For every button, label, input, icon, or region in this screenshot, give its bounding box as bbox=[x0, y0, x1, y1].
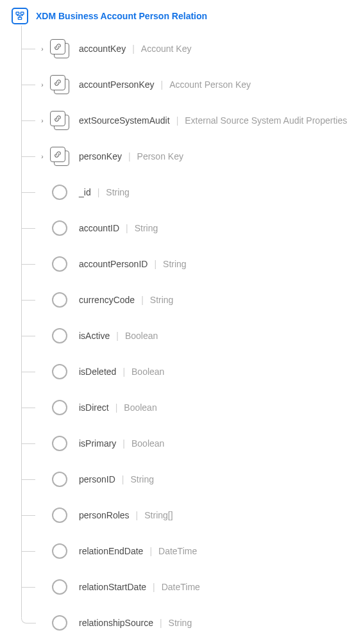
tree-row[interactable]: _id | String bbox=[21, 174, 357, 210]
separator: | bbox=[128, 152, 131, 161]
object-icon bbox=[49, 110, 70, 131]
field-name: accountKey bbox=[79, 44, 126, 53]
tree-row[interactable]: › accountKey | Account Key bbox=[21, 31, 357, 67]
separator: | bbox=[97, 188, 100, 197]
field-type: String bbox=[130, 475, 154, 484]
leaf-icon bbox=[49, 469, 70, 490]
leaf-icon bbox=[49, 218, 70, 238]
field-name: isPrimary bbox=[79, 439, 116, 448]
tree-row[interactable]: relationshipSource | String bbox=[21, 605, 357, 641]
object-icon bbox=[50, 147, 69, 166]
leaf-icon bbox=[52, 364, 67, 379]
tree-row[interactable]: accountID | String bbox=[21, 210, 357, 246]
field-type: String bbox=[169, 618, 192, 627]
field-type: External Source System Audit Properties bbox=[185, 116, 347, 125]
separator: | bbox=[154, 260, 156, 268]
field-type: Boolean bbox=[131, 367, 164, 376]
tree-row[interactable]: isDeleted | Boolean bbox=[21, 354, 357, 390]
field-type: Boolean bbox=[125, 331, 158, 340]
field-name: isDirect bbox=[79, 403, 109, 412]
tree-row[interactable]: isDirect | Boolean bbox=[21, 390, 357, 425]
leaf-icon bbox=[49, 290, 70, 310]
field-name: relationStartDate bbox=[79, 582, 146, 591]
field-name: personID bbox=[79, 475, 115, 484]
separator: | bbox=[122, 367, 125, 376]
object-icon bbox=[50, 111, 69, 130]
tree-row[interactable]: › personKey | Person Key bbox=[21, 138, 357, 174]
field-type: Account Key bbox=[141, 44, 192, 53]
field-name: accountPersonKey bbox=[79, 80, 155, 89]
page-title: XDM Business Account Person Relation bbox=[36, 11, 207, 21]
separator: | bbox=[141, 295, 144, 304]
svg-rect-1 bbox=[21, 12, 24, 14]
tree-row[interactable]: personID | String bbox=[21, 461, 357, 497]
chevron-right-icon[interactable]: › bbox=[39, 81, 46, 88]
leaf-icon bbox=[52, 472, 67, 487]
field-type: String bbox=[150, 295, 174, 304]
tree-row[interactable]: relationStartDate | DateTime bbox=[21, 569, 357, 605]
separator: | bbox=[136, 511, 139, 520]
field-name: personKey bbox=[79, 152, 122, 161]
separator: | bbox=[122, 439, 125, 448]
separator: | bbox=[126, 224, 128, 233]
object-icon bbox=[50, 75, 69, 94]
field-name: _id bbox=[79, 188, 91, 197]
field-type: String bbox=[163, 260, 187, 268]
tree-root[interactable]: XDM Business Account Person Relation bbox=[12, 6, 357, 26]
tree-row[interactable]: › accountPersonKey | Account Person Key bbox=[21, 67, 357, 103]
field-type: DateTime bbox=[158, 547, 197, 556]
field-name: accountID bbox=[79, 224, 119, 233]
leaf-icon bbox=[49, 613, 70, 633]
field-type: DateTime bbox=[162, 582, 200, 591]
field-type: String bbox=[106, 188, 130, 197]
tree-row[interactable]: relationEndDate | DateTime bbox=[21, 533, 357, 569]
separator: | bbox=[160, 618, 162, 627]
field-name: personRoles bbox=[79, 511, 130, 520]
tree-row[interactable]: isPrimary | Boolean bbox=[21, 425, 357, 461]
object-icon bbox=[49, 38, 70, 59]
separator: | bbox=[161, 80, 164, 89]
leaf-icon bbox=[49, 182, 70, 202]
leaf-icon bbox=[49, 361, 70, 382]
leaf-icon bbox=[52, 185, 67, 200]
leaf-icon bbox=[52, 543, 67, 559]
field-type: Person Key bbox=[137, 152, 183, 161]
leaf-icon bbox=[52, 579, 67, 595]
leaf-icon bbox=[52, 508, 67, 523]
leaf-icon bbox=[52, 400, 67, 415]
leaf-icon bbox=[52, 615, 67, 631]
schema-icon bbox=[12, 8, 28, 24]
field-name: relationEndDate bbox=[79, 547, 143, 556]
field-name: relationshipSource bbox=[79, 618, 153, 627]
object-icon bbox=[50, 39, 69, 58]
schema-tree: XDM Business Account Person Relation › a… bbox=[0, 0, 363, 644]
field-type: Account Person Key bbox=[169, 80, 251, 89]
leaf-icon bbox=[52, 220, 67, 236]
svg-rect-0 bbox=[16, 12, 19, 14]
leaf-icon bbox=[52, 256, 67, 272]
field-type: String[] bbox=[144, 511, 173, 520]
leaf-icon bbox=[49, 505, 70, 525]
separator: | bbox=[122, 475, 124, 484]
field-name: accountPersonID bbox=[79, 260, 148, 268]
separator: | bbox=[132, 44, 135, 53]
chevron-right-icon[interactable]: › bbox=[39, 117, 46, 124]
chevron-right-icon[interactable]: › bbox=[39, 153, 46, 160]
leaf-icon bbox=[52, 436, 67, 451]
chevron-right-icon[interactable]: › bbox=[39, 45, 46, 53]
separator: | bbox=[116, 331, 119, 340]
tree-row[interactable]: currencyCode | String bbox=[21, 282, 357, 318]
tree-row[interactable]: accountPersonID | String bbox=[21, 246, 357, 282]
field-type: String bbox=[135, 224, 158, 233]
separator: | bbox=[149, 547, 152, 556]
leaf-icon bbox=[49, 397, 70, 418]
tree-row[interactable]: personRoles | String[] bbox=[21, 497, 357, 533]
field-name: isDeleted bbox=[79, 367, 116, 376]
tree-row[interactable]: › extSourceSystemAudit | External Source… bbox=[21, 103, 357, 138]
field-type: Boolean bbox=[131, 439, 164, 448]
field-name: extSourceSystemAudit bbox=[79, 116, 170, 125]
tree-row[interactable]: isActive | Boolean bbox=[21, 318, 357, 354]
field-name: isActive bbox=[79, 331, 110, 340]
leaf-icon bbox=[52, 328, 67, 343]
leaf-icon bbox=[49, 254, 70, 274]
